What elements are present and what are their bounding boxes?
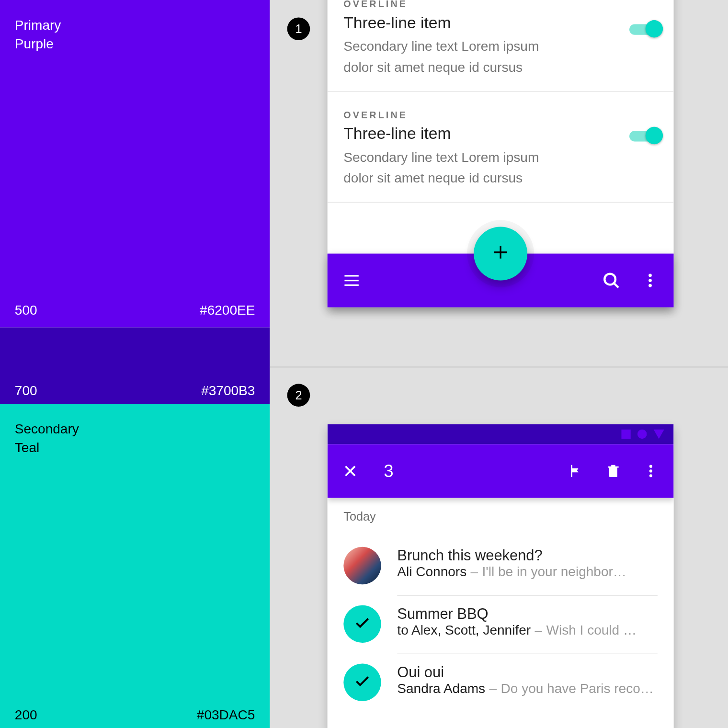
email-row[interactable]: Summer BBQ to Alex, Scott, Jennifer – Wi…	[343, 596, 658, 653]
svg-point-2	[648, 279, 652, 282]
svg-point-0	[604, 274, 615, 285]
example-1-badge: 1	[287, 17, 310, 40]
list-item[interactable]: OVERLINE Three-line item Secondary line …	[328, 92, 674, 203]
plus-icon	[491, 243, 510, 264]
primary-500-code: 500	[15, 303, 37, 318]
check-icon	[353, 614, 371, 634]
list-item-secondary: Secondary line text Lorem ipsum dolor si…	[343, 147, 565, 189]
svg-rect-4	[621, 430, 631, 439]
menu-icon[interactable]	[342, 271, 361, 290]
email-title: Oui oui	[397, 664, 658, 681]
flag-icon[interactable]	[568, 463, 584, 479]
example-1-device: OVERLINE Three-line item Secondary line …	[328, 0, 674, 307]
email-sender: Sandra Adams	[397, 681, 485, 696]
email-title: Brunch this weekend?	[397, 547, 658, 564]
list-item-title: Three-line item	[343, 124, 658, 143]
email-preview: Do you have Paris reco…	[501, 681, 654, 696]
email-sender: Ali Connors	[397, 564, 466, 580]
email-row[interactable]: Brunch this weekend? Ali Connors – I'll …	[343, 537, 658, 595]
list-item-switch[interactable]	[629, 20, 660, 37]
svg-point-8	[649, 469, 652, 472]
examples-area: 1 2 OVERLINE Three-line item Secondary l…	[270, 0, 728, 728]
list-item-overline: OVERLINE	[343, 0, 658, 10]
svg-point-9	[649, 474, 652, 477]
search-icon[interactable]	[601, 271, 621, 291]
close-icon[interactable]	[342, 463, 358, 479]
secondary-name: Teal	[15, 440, 255, 455]
status-square-icon	[621, 430, 631, 439]
primary-700-code: 700	[15, 383, 37, 398]
svg-point-5	[637, 430, 647, 439]
list-item[interactable]: OVERLINE Three-line item Secondary line …	[328, 0, 674, 92]
email-preview: Wish I could …	[546, 623, 637, 638]
secondary-200-code: 200	[15, 707, 37, 723]
delete-icon[interactable]	[605, 463, 622, 479]
contextual-app-bar: 3	[328, 444, 674, 498]
list-item-title: Three-line item	[343, 13, 658, 32]
primary-500-hex: #6200EE	[200, 303, 255, 318]
section-divider	[270, 366, 728, 368]
email-list: Today Brunch this weekend? Ali Connors –…	[328, 498, 674, 728]
email-preview: I'll be in your neighbor…	[482, 564, 626, 580]
example-2-device: 3 Today	[328, 424, 674, 728]
list-item-switch[interactable]	[629, 127, 660, 144]
email-title: Summer BBQ	[397, 605, 658, 623]
check-icon	[353, 672, 371, 693]
list-item-secondary: Secondary line text Lorem ipsum dolor si…	[343, 36, 565, 78]
section-label: Today	[343, 510, 658, 524]
list-item-overline: OVERLINE	[343, 109, 658, 120]
secondary-label: Secondary	[15, 417, 255, 440]
primary-name: Purple	[15, 36, 255, 52]
secondary-200-hex: #03DAC5	[197, 707, 255, 723]
svg-point-3	[648, 284, 652, 287]
status-bar	[328, 424, 674, 444]
email-sender: to Alex, Scott, Jennifer	[397, 623, 531, 638]
fab-add-button[interactable]	[474, 227, 527, 281]
email-row[interactable]: Oui oui Sandra Adams – Do you have Paris…	[343, 654, 658, 712]
svg-point-7	[649, 465, 652, 468]
swatch-primary-700: 700 #3700B3	[0, 328, 270, 404]
selection-count: 3	[384, 461, 393, 481]
avatar-selected[interactable]	[343, 605, 381, 643]
swatch-secondary-200: Secondary Teal 200 #03DAC5	[0, 404, 270, 728]
swatch-primary-500: Primary Purple 500 #6200EE	[0, 0, 270, 328]
more-vert-icon[interactable]	[643, 463, 659, 479]
status-triangle-icon	[653, 430, 664, 439]
avatar[interactable]	[343, 547, 381, 584]
more-vert-icon[interactable]	[641, 272, 659, 289]
primary-700-hex: #3700B3	[201, 383, 255, 398]
svg-marker-6	[653, 430, 664, 439]
example-2-badge: 2	[287, 384, 310, 407]
avatar-selected[interactable]	[343, 664, 381, 701]
color-palette: Primary Purple 500 #6200EE 700 #3700B3 S…	[0, 0, 270, 728]
svg-point-1	[648, 274, 652, 277]
primary-label: Primary	[15, 13, 255, 36]
status-circle-icon	[637, 430, 647, 439]
